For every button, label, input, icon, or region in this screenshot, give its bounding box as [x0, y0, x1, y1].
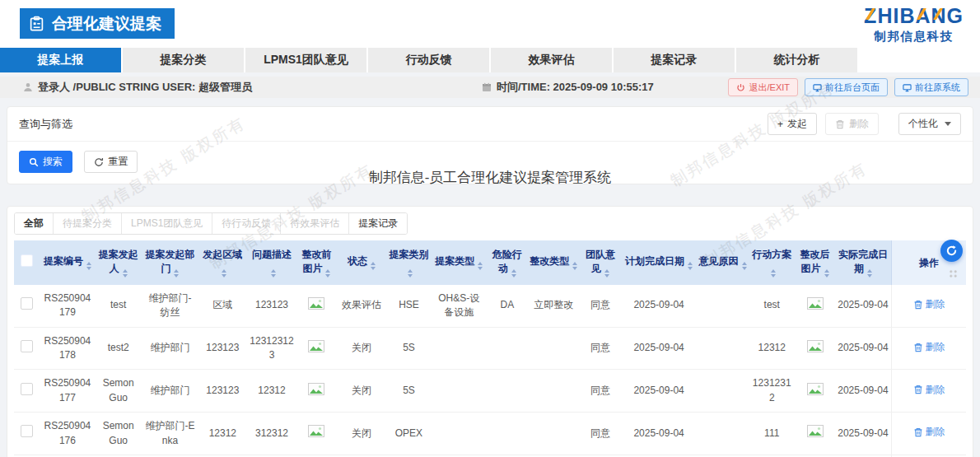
cell-team-opinion: 同意 [580, 327, 621, 370]
row-checkbox[interactable] [14, 285, 40, 327]
sort-icon[interactable] [824, 269, 829, 277]
col-team-opinion[interactable]: 团队意见 [580, 240, 621, 285]
cell-before-image[interactable] [296, 327, 336, 370]
row-delete-button[interactable]: 删除 [913, 425, 945, 439]
col-opinion-reason[interactable]: 意见原因 [697, 240, 749, 285]
col-problem-description[interactable]: 问题描述 [247, 240, 297, 285]
sort-icon[interactable] [867, 269, 872, 277]
query-panel-header: 查询与筛选 + 发起 删除 个性化 [7, 107, 973, 142]
cell-team-opinion: 同意 [580, 413, 621, 455]
cell-plan-finish-date: 2025-09-04 [621, 327, 697, 370]
session-actions: 退出/EXIT 前往后台页面 前往原系统 [728, 78, 968, 96]
sort-icon[interactable] [86, 262, 91, 270]
cell-danger-action [487, 370, 528, 413]
row-delete-button[interactable]: 删除 [913, 297, 945, 311]
exit-button[interactable]: 退出/EXIT [728, 78, 798, 96]
plus-icon: + [777, 119, 783, 130]
cell-proposal-category: OPEX [386, 413, 431, 455]
sort-icon[interactable] [325, 269, 330, 277]
cell-plan-finish-date: 2025-09-04 [621, 413, 697, 455]
sort-icon[interactable] [478, 262, 483, 270]
tab-proposal-record[interactable]: 提案记录 [614, 48, 735, 72]
row-checkbox[interactable] [14, 370, 40, 413]
table-body: RS250904179test维护部门-纺丝区域123123 效果评估HSEOH… [14, 285, 966, 457]
col-initiating-department[interactable]: 提案发起部门 [142, 240, 198, 285]
col-initiating-area[interactable]: 发起区域 [198, 240, 247, 285]
cell-before-image[interactable] [296, 285, 336, 327]
col-initiator[interactable]: 提案发起人 [95, 240, 142, 285]
sort-icon[interactable] [604, 269, 609, 277]
cell-initiator: test [95, 285, 142, 327]
tab-proposal-classify[interactable]: 提案分类 [123, 48, 244, 72]
sort-icon[interactable] [771, 269, 776, 277]
cell-status: 关闭 [337, 413, 387, 455]
drag-handle-icon[interactable] [949, 269, 958, 278]
tab-statistics[interactable]: 统计分析 [736, 48, 857, 72]
sort-icon[interactable] [742, 262, 747, 270]
col-actual-finish-date[interactable]: 实际完成日期 [835, 240, 892, 285]
cell-after-image[interactable] [795, 370, 834, 413]
chip-lpms1-team-opinion: LPMS1团队意见 [122, 213, 212, 234]
tab-action-feedback[interactable]: 行动反馈 [368, 48, 489, 72]
col-proposal-no[interactable]: 提案编号 [40, 240, 95, 285]
cell-actual-finish-date: 2025-09-04 [835, 327, 892, 370]
col-proposal-category[interactable]: 提案类别 [386, 240, 431, 285]
cell-initiating-department: 维护部门-Enka [142, 413, 198, 455]
sort-icon[interactable] [511, 269, 516, 277]
cell-rectify-type [528, 327, 580, 370]
cell-action: 删除 [892, 413, 966, 455]
table-row: RS250904179test维护部门-纺丝区域123123 效果评估HSEOH… [14, 285, 966, 327]
sort-icon[interactable] [123, 269, 128, 277]
row-checkbox[interactable] [14, 327, 40, 370]
delete-label: 删除 [849, 117, 869, 131]
col-after-image[interactable]: 整改后图片 [795, 240, 834, 285]
chip-all[interactable]: 全部 [15, 213, 54, 234]
tab-effect-evaluation[interactable]: 效果评估 [491, 48, 612, 72]
user-label: 登录人 /PUBLIC STRING USER: 超级管理员 [38, 80, 252, 95]
row-delete-button[interactable]: 删除 [913, 383, 945, 397]
cell-before-image[interactable] [296, 370, 336, 413]
col-rectify-type[interactable]: 整改类型 [528, 240, 580, 285]
col-before-image[interactable]: 整改前图片 [296, 240, 336, 285]
col-status[interactable]: 状态 [337, 240, 387, 285]
col-action-plan[interactable]: 行动方案 [749, 240, 796, 285]
cell-proposal-no: RS250904177 [40, 370, 95, 413]
search-label: 搜索 [43, 155, 63, 169]
personalize-dropdown[interactable]: 个性化 [898, 113, 961, 135]
sort-icon[interactable] [572, 262, 577, 270]
chip-record[interactable]: 提案记录 [349, 213, 407, 234]
trash-icon [913, 300, 923, 310]
sort-icon[interactable] [222, 269, 226, 277]
col-danger-action[interactable]: 危险行动 [487, 240, 528, 285]
calendar-icon [482, 82, 492, 92]
tab-proposal-report[interactable]: 提案上报 [0, 48, 121, 72]
logo-wordmark: ZHIBANG [864, 6, 964, 26]
tab-lpms1-team-opinion[interactable]: LPMS1团队意见 [245, 48, 366, 72]
cell-after-image[interactable] [795, 285, 834, 327]
col-plan-finish-date[interactable]: 计划完成日期 [621, 240, 697, 285]
initiate-button[interactable]: + 发起 [768, 113, 817, 135]
sort-icon[interactable] [688, 262, 693, 270]
sort-icon[interactable] [408, 269, 413, 277]
image-thumbnail-icon [807, 297, 824, 310]
sort-icon[interactable] [371, 262, 376, 270]
sort-icon[interactable] [174, 269, 179, 277]
row-checkbox[interactable] [14, 413, 40, 455]
cell-before-image[interactable] [296, 413, 336, 455]
goto-backend-button[interactable]: 前往后台页面 [805, 78, 888, 96]
col-proposal-type[interactable]: 提案类型 [432, 240, 487, 285]
select-all-checkbox[interactable] [14, 240, 40, 285]
quick-action-float-button[interactable] [940, 240, 963, 262]
row-delete-button[interactable]: 删除 [913, 340, 945, 354]
cell-action-plan: 12312 [749, 327, 796, 370]
query-panel-title: 查询与筛选 [19, 117, 72, 132]
cell-plan-finish-date: 2025-09-04 [621, 285, 697, 327]
goto-origin-system-button[interactable]: 前往原系统 [894, 78, 968, 96]
cell-after-image[interactable] [795, 413, 834, 455]
cell-proposal-category: 5S [386, 327, 431, 370]
sort-icon[interactable] [271, 269, 276, 277]
delete-button[interactable]: 删除 [825, 113, 879, 135]
cell-after-image[interactable] [795, 327, 834, 370]
cell-proposal-no: RS250904176 [40, 413, 95, 455]
trash-icon [913, 343, 923, 352]
